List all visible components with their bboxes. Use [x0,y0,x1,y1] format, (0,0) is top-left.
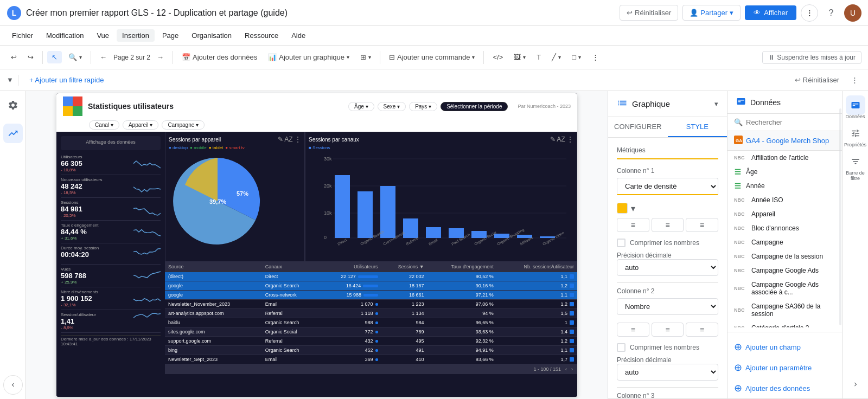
menu-page[interactable]: Page [157,29,184,42]
image-button[interactable]: 🖼 ▾ [509,51,530,63]
add-field-button[interactable]: ⊕ Ajouter un champ [727,337,842,357]
compress-checkbox-2[interactable] [617,343,626,352]
graph-collapse-button[interactable]: ▾ [714,100,718,108]
view-button[interactable]: 👁 Afficher [745,5,796,20]
sidebar-settings-icon[interactable] [3,95,23,115]
right-icon-properties[interactable] [846,124,865,143]
svg-rect-16 [335,175,350,238]
data-title: Données [750,98,833,107]
data-list-item[interactable]: NBC Campagne Google Ads [727,263,842,278]
menu-organisation[interactable]: Organisation [186,29,237,42]
align-left-button[interactable]: ≡ [617,218,649,232]
col2-select[interactable]: Nombre [617,298,718,315]
col1-select[interactable]: Carte de densité [617,178,718,195]
canvas-area[interactable]: Statistiques utilisateurs Âge ▾ Sexe ▾ P… [26,91,608,399]
menu-aide[interactable]: Aide [286,29,311,42]
right-icon-filter[interactable] [846,152,865,171]
data-list-item[interactable]: NBC Bloc d'annonces [727,221,842,235]
right-expand-button[interactable] [846,375,865,394]
menu-ressource[interactable]: Ressource [239,29,284,42]
add-data-button[interactable]: ⊕ Ajouter des données [727,378,842,398]
compress-checkbox-1[interactable] [617,239,626,247]
menu-fichier[interactable]: Fichier [7,29,39,42]
plus-circle-icon: ⊕ [734,341,742,353]
text-button[interactable]: T [532,51,545,63]
compress-row-1: Comprimer les nombres [617,239,718,247]
sidebar-expand-button[interactable] [3,375,23,395]
undo-toolbar-button[interactable]: ↩ [7,51,21,63]
more-button[interactable]: ⋮ [801,4,818,22]
data-list-item[interactable]: NBC Campagne de la session [727,249,842,263]
precision-select-2[interactable]: auto [617,364,718,381]
suspend-button[interactable]: ⏸ Suspendre les mises à jour [762,51,861,64]
filter-more-button[interactable]: ⋮ [848,74,861,86]
more-tools-button[interactable]: ⋮ [588,51,603,63]
select-tool-button[interactable]: ↖ [47,51,62,63]
filter-canal[interactable]: Canal ▾ [89,120,119,130]
filter-reset-button[interactable]: ↩ Réinitialiser [790,74,844,86]
add-control-button[interactable]: ⊟ Ajouter une commande ▾ [385,51,479,63]
data-list-item[interactable]: Âge [727,165,842,179]
data-list-item[interactable]: NBC Campagne [727,235,842,249]
color-fill-icon[interactable]: ▾ [631,203,635,214]
metrics-section: Métriques [617,146,718,159]
config-tabs: CONFIGURER STYLE [608,117,727,138]
reset-button[interactable]: ↩ Réinitialiser [620,5,678,21]
filter-appareil[interactable]: Appareil ▾ [123,120,158,130]
sidebar-trend-icon[interactable] [3,124,23,143]
toolbar-divider-4 [380,51,380,64]
redo-toolbar-button[interactable]: ↪ [23,51,38,63]
search-input[interactable] [746,118,837,126]
add-chart-button[interactable]: 📊 Ajouter un graphique ▾ [264,51,354,63]
filter-sexe[interactable]: Sexe ▾ [378,102,406,111]
data-list-item[interactable]: NBC Catégorie d'article 2 [727,321,842,327]
filter-pays[interactable]: Pays ▾ [409,102,437,111]
filter-age[interactable]: Âge ▾ [348,102,374,111]
add-data-button[interactable]: 📅 Ajouter des données [177,51,261,63]
data-list-item[interactable]: Année [727,179,842,193]
add-param-button[interactable]: ⊕ Ajouter un paramètre [727,357,842,378]
align-right-button[interactable]: ≡ [686,218,718,232]
avatar[interactable]: U [844,4,861,22]
data-list-item[interactable]: NBC Année ISO [727,193,842,207]
scrollbar[interactable] [839,108,841,325]
align-left-button-2[interactable]: ≡ [617,323,649,337]
config-content: Métriques Colonne n° 1 Carte de densité … [608,138,727,398]
menu-insertion[interactable]: Insertion [117,29,155,42]
charts-area: Sessions par appareil ✎ AZ ⋮ ● desktop ●… [165,132,577,397]
prev-page-button[interactable]: ← [95,51,111,63]
next-page-button[interactable]: → [152,51,168,63]
tab-configure[interactable]: CONFIGURER [608,117,668,137]
precision-select-1[interactable]: auto [617,259,718,276]
align-center-button[interactable]: ≡ [652,218,684,232]
tab-style[interactable]: STYLE [668,117,727,137]
report-table-area[interactable]: Source Canaux Utilisateurs Sessions ▼ Ta… [165,262,577,397]
align-right-button-2[interactable]: ≡ [686,323,718,337]
align-center-button-2[interactable]: ≡ [652,323,684,337]
menu-vue[interactable]: Vue [91,29,114,42]
code-button[interactable]: </> [488,51,507,63]
data-list-item[interactable]: NBC Campagne Google Ads associée à c... [727,278,842,299]
shape-button[interactable]: ╱ ▾ [547,51,565,63]
color-swatch[interactable] [617,203,628,214]
add-filter-button[interactable]: + Ajouter un filtre rapide [23,74,108,86]
line-icon: ╱ [552,53,556,61]
help-button[interactable]: ? [822,4,840,22]
menu-modification[interactable]: Modification [41,29,89,42]
right-icon-data[interactable] [846,95,865,115]
share-button[interactable]: 👤 Partager ▾ [682,5,741,21]
data-list-item[interactable]: NBC Appareil [727,207,842,221]
add-layout-button[interactable]: ⊞ ▾ [356,51,375,63]
period-button[interactable]: Sélectionner la période [441,102,508,111]
data-list-item[interactable]: NBC Affiliation de l'article [727,151,842,165]
zoom-tool-button[interactable]: 🔍 ▾ [64,51,86,63]
col2-section: Colonne n° 2 Nombre [617,287,718,315]
chevron-down-icon: ▾ [578,54,581,60]
rect-button[interactable]: □ ▾ [567,51,585,63]
graph-configure-panel: Graphique ▾ CONFIGURER STYLE Métriques C… [608,91,727,398]
filter-campagne[interactable]: Campagne ▾ [162,120,205,130]
data-list-item[interactable]: NBC Campagne SA360 de la session [727,299,842,321]
metrics-underline [617,158,718,159]
menu-bar: Fichier Modification Vue Insertion Page … [0,26,868,46]
svg-text:Direct: Direct [337,238,347,246]
